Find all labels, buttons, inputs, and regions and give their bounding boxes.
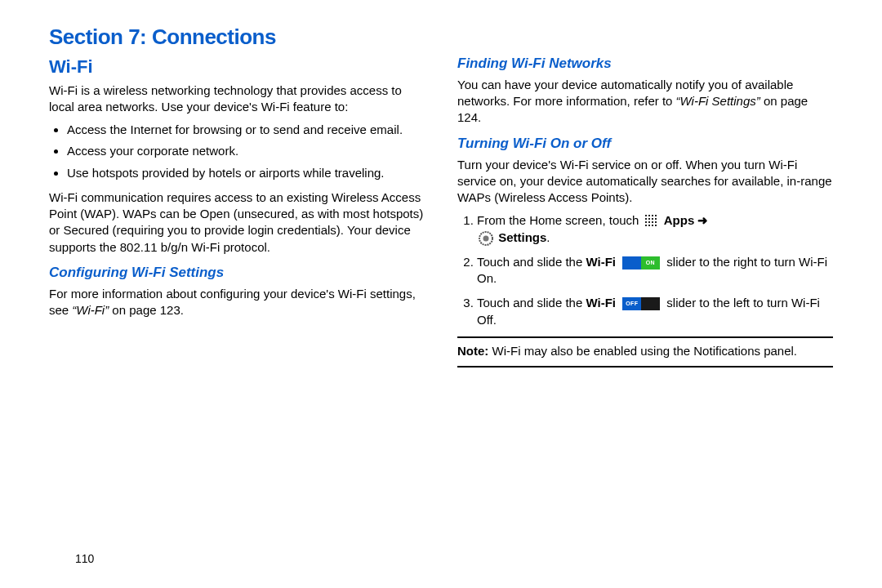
svg-rect-12 xyxy=(655,221,657,223)
svg-rect-4 xyxy=(655,215,657,216)
page-number: 110 xyxy=(75,552,94,565)
svg-rect-6 xyxy=(648,218,650,220)
svg-rect-8 xyxy=(655,218,657,220)
svg-rect-11 xyxy=(652,221,653,223)
section-title: Section 7: Connections xyxy=(49,24,833,50)
text: on page 123. xyxy=(109,303,184,317)
apps-grid-icon xyxy=(644,214,659,229)
svg-rect-9 xyxy=(645,221,647,223)
wifi-label: Wi-Fi xyxy=(586,255,616,269)
apps-label: Apps xyxy=(664,213,695,227)
list-item: Access the Internet for browsing or to s… xyxy=(67,122,425,138)
svg-rect-5 xyxy=(645,218,647,220)
wifi-slider-on-icon xyxy=(622,256,660,270)
text: . xyxy=(546,230,550,244)
separator xyxy=(457,366,833,368)
note-text: Wi-Fi may also be enabled using the Noti… xyxy=(488,344,797,358)
svg-rect-1 xyxy=(645,215,647,216)
note-label: Note: xyxy=(457,344,488,358)
right-column: Finding Wi-Fi Networks You can have your… xyxy=(457,55,833,588)
svg-rect-2 xyxy=(648,215,650,216)
svg-rect-10 xyxy=(648,221,650,223)
turning-intro: Turn your device's Wi-Fi service on or o… xyxy=(457,157,833,207)
configuring-heading: Configuring Wi-Fi Settings xyxy=(49,264,425,283)
svg-point-18 xyxy=(483,235,489,241)
text: Touch and slide the xyxy=(477,255,586,269)
wap-paragraph: Wi-Fi communication requires access to a… xyxy=(49,189,425,256)
svg-rect-7 xyxy=(652,218,653,220)
wifi-reference: “Wi-Fi” xyxy=(72,303,109,317)
svg-rect-3 xyxy=(652,215,653,216)
list-item: Use hotspots provided by hotels or airpo… xyxy=(67,165,425,181)
left-column: Wi-Fi Wi-Fi is a wireless networking tec… xyxy=(49,55,425,588)
wifi-heading: Wi-Fi xyxy=(49,55,425,79)
svg-rect-13 xyxy=(645,225,647,226)
step-1: From the Home screen, touch xyxy=(477,212,833,246)
steps-list: From the Home screen, touch xyxy=(457,212,833,328)
separator xyxy=(457,336,833,338)
wifi-settings-reference: “Wi-Fi Settings” xyxy=(676,94,760,108)
svg-rect-15 xyxy=(652,225,653,226)
settings-gear-icon xyxy=(479,231,493,246)
step-3: Touch and slide the Wi-Fi slider to the … xyxy=(477,295,833,328)
finding-paragraph: You can have your device automatically n… xyxy=(457,77,833,127)
turning-heading: Turning Wi-Fi On or Off xyxy=(457,135,833,154)
list-item: Access your corporate network. xyxy=(67,143,425,159)
wifi-slider-off-icon xyxy=(622,297,660,310)
svg-rect-14 xyxy=(648,225,650,226)
text: Touch and slide the xyxy=(477,296,586,310)
text: From the Home screen, touch xyxy=(477,213,643,227)
finding-heading: Finding Wi-Fi Networks xyxy=(457,55,833,74)
wifi-label: Wi-Fi xyxy=(586,296,616,310)
arrow-icon: ➜ xyxy=(694,213,708,227)
wifi-feature-list: Access the Internet for browsing or to s… xyxy=(49,122,425,181)
settings-label: Settings xyxy=(498,230,546,244)
step-2: Touch and slide the Wi-Fi slider to the … xyxy=(477,254,833,287)
svg-rect-16 xyxy=(655,225,657,226)
wifi-intro: Wi-Fi is a wireless networking technolog… xyxy=(49,82,425,116)
configuring-paragraph: For more information about configuring y… xyxy=(49,286,425,319)
note: Note: Wi-Fi may also be enabled using th… xyxy=(457,343,833,359)
